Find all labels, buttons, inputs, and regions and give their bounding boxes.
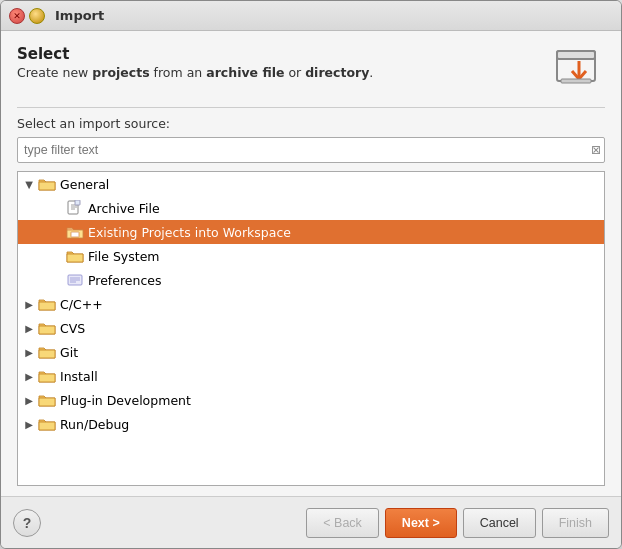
desc-bold2: archive file <box>206 65 284 80</box>
tree-label-existing-projects: Existing Projects into Workspace <box>88 225 291 240</box>
expander-run-debug[interactable]: ▶ <box>22 417 36 431</box>
section-text: Select Create new projects from an archi… <box>17 45 373 80</box>
expander-plugin-dev[interactable]: ▶ <box>22 393 36 407</box>
svg-rect-8 <box>75 200 80 205</box>
tree-label-plugin-dev: Plug-in Development <box>60 393 191 408</box>
cancel-button[interactable]: Cancel <box>463 508 536 538</box>
finish-button[interactable]: Finish <box>542 508 609 538</box>
tree-item-cvs[interactable]: ▶ CVS <box>18 316 604 340</box>
folder-icon-cvs <box>38 320 56 336</box>
filter-label: Select an import source: <box>17 116 605 131</box>
tree-label-cvs: CVS <box>60 321 85 336</box>
tree-label-git: Git <box>60 345 78 360</box>
filter-input[interactable] <box>17 137 605 163</box>
section-divider <box>17 107 605 108</box>
desc-end: . <box>369 65 373 80</box>
desc-text2: from an <box>150 65 207 80</box>
import-source-tree[interactable]: ▼ General ▶ <box>17 171 605 486</box>
expander-git[interactable]: ▶ <box>22 345 36 359</box>
svg-rect-3 <box>561 79 591 83</box>
window-title: Import <box>55 8 104 23</box>
tree-item-existing-projects[interactable]: ▶ Existing Projects into Workspace <box>18 220 604 244</box>
section-description: Create new projects from an archive file… <box>17 65 373 80</box>
desc-text1: Create new <box>17 65 92 80</box>
tree-label-run-debug: Run/Debug <box>60 417 129 432</box>
tree-label-archive-file: Archive File <box>88 201 160 216</box>
svg-rect-1 <box>557 51 595 59</box>
section-header: Select Create new projects from an archi… <box>17 45 605 93</box>
minimize-button[interactable] <box>29 8 45 24</box>
clear-filter-icon[interactable]: ⊠ <box>591 143 601 157</box>
titlebar: ✕ Import <box>1 1 621 31</box>
button-bar: ? < Back Next > Cancel Finish <box>1 496 621 548</box>
back-button[interactable]: < Back <box>306 508 379 538</box>
help-button[interactable]: ? <box>13 509 41 537</box>
tree-item-run-debug[interactable]: ▶ Run/Debug <box>18 412 604 436</box>
tree-item-preferences[interactable]: ▶ Preferences <box>18 268 604 292</box>
folder-icon-cpp <box>38 296 56 312</box>
svg-rect-9 <box>71 232 79 237</box>
tree-item-plugin-dev[interactable]: ▶ Plug-in Development <box>18 388 604 412</box>
file-icon-archive <box>66 200 84 216</box>
tree-label-preferences: Preferences <box>88 273 162 288</box>
next-button[interactable]: Next > <box>385 508 457 538</box>
desc-bold1: projects <box>92 65 149 80</box>
folder-icon-run-debug <box>38 416 56 432</box>
close-button[interactable]: ✕ <box>9 8 25 24</box>
section-title: Select <box>17 45 373 63</box>
expander-cvs[interactable]: ▶ <box>22 321 36 335</box>
tree-item-archive-file[interactable]: ▶ Archive File <box>18 196 604 220</box>
tree-label-install: Install <box>60 369 98 384</box>
desc-bold3: directory <box>305 65 369 80</box>
expander-cpp[interactable]: ▶ <box>22 297 36 311</box>
tree-label-cpp: C/C++ <box>60 297 103 312</box>
bottom-spacer <box>17 486 605 496</box>
folder-icon-git <box>38 344 56 360</box>
tree-item-install[interactable]: ▶ Install <box>18 364 604 388</box>
expander-install[interactable]: ▶ <box>22 369 36 383</box>
desc-text3: or <box>284 65 305 80</box>
tree-label-file-system: File System <box>88 249 160 264</box>
folder-icon-install <box>38 368 56 384</box>
tree-item-cpp[interactable]: ▶ C/C++ <box>18 292 604 316</box>
import-icon <box>553 45 605 93</box>
tree-item-git[interactable]: ▶ Git <box>18 340 604 364</box>
expander-general[interactable]: ▼ <box>22 177 36 191</box>
prefs-icon <box>66 272 84 288</box>
tree-item-file-system[interactable]: ▶ File System <box>18 244 604 268</box>
navigation-buttons: < Back Next > Cancel Finish <box>306 508 609 538</box>
import-dialog: ✕ Import Select Create new projects from… <box>0 0 622 549</box>
folder-icon-existing <box>66 224 84 240</box>
folder-icon-plugin-dev <box>38 392 56 408</box>
filter-input-wrapper: ⊠ <box>17 137 605 163</box>
tree-label-general: General <box>60 177 109 192</box>
window-controls: ✕ <box>9 8 45 24</box>
folder-icon-file-system <box>66 248 84 264</box>
main-content: Select Create new projects from an archi… <box>1 31 621 496</box>
folder-icon-general <box>38 176 56 192</box>
tree-item-general[interactable]: ▼ General <box>18 172 604 196</box>
